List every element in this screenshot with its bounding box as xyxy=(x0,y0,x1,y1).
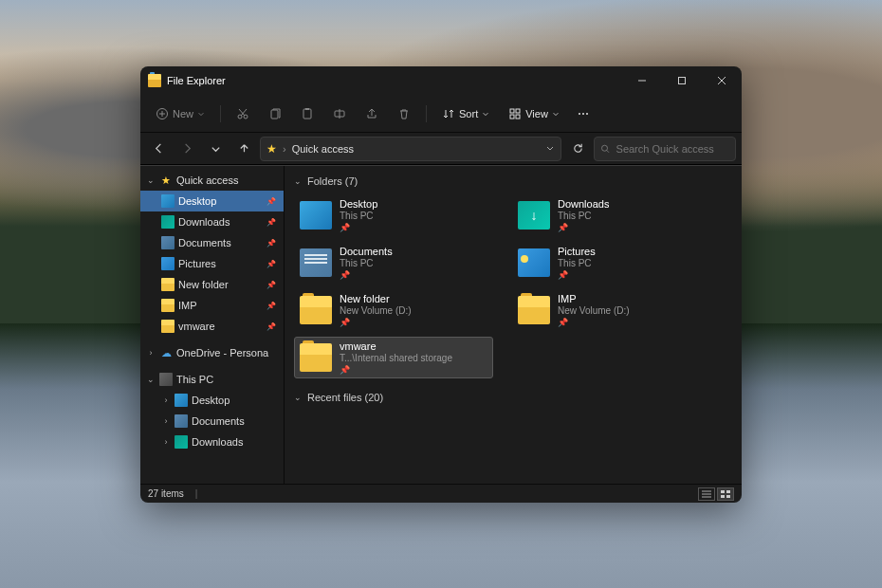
forward-button[interactable] xyxy=(175,137,199,161)
tile-info: DownloadsThis PC📌 xyxy=(558,198,609,232)
view-mode-buttons xyxy=(698,487,734,501)
sidebar-label: OneDrive - Persona xyxy=(176,347,268,358)
rename-button[interactable] xyxy=(325,101,354,127)
pin-icon: 📌 xyxy=(340,365,452,375)
pin-icon: 📌 xyxy=(340,318,412,327)
folder-tile[interactable]: PicturesThis PC📌 xyxy=(512,242,711,284)
copy-button[interactable] xyxy=(261,101,289,127)
tile-info: New folderNew Volume (D:)📌 xyxy=(340,293,412,327)
pin-icon: 📌 xyxy=(266,260,276,268)
content-area[interactable]: ⌄ Folders (7) DesktopThis PC📌↓DownloadsT… xyxy=(285,166,742,484)
sidebar-item-vmware[interactable]: vmware📌 xyxy=(140,316,284,337)
breadcrumb-sep: › xyxy=(283,143,286,155)
tile-info: IMPNew Volume (D:)📌 xyxy=(558,293,630,327)
folder-icon xyxy=(300,296,332,324)
down-icon: ↓ xyxy=(518,201,550,230)
titlebar[interactable]: File Explorer xyxy=(140,66,742,95)
pictures-icon xyxy=(161,257,175,270)
sidebar-pc-documents[interactable]: ›Documents xyxy=(140,411,284,432)
details-view-button[interactable] xyxy=(698,487,715,501)
sidebar-pc-desktop[interactable]: ›Desktop xyxy=(140,390,284,411)
up-button[interactable] xyxy=(231,137,256,161)
folder-icon xyxy=(161,320,175,333)
svg-rect-30 xyxy=(721,495,725,498)
sidebar-item-downloads[interactable]: Downloads📌 xyxy=(140,211,284,232)
sidebar-item-newfolder[interactable]: New folder📌 xyxy=(140,274,284,295)
downloads-icon xyxy=(161,215,175,229)
new-button[interactable]: New xyxy=(148,101,212,127)
sidebar-label: New folder xyxy=(178,279,229,290)
sidebar-this-pc[interactable]: ⌄ This PC xyxy=(140,369,284,390)
folder-tile[interactable]: New folderNew Volume (D:)📌 xyxy=(294,289,493,331)
sidebar-item-imp[interactable]: IMP📌 xyxy=(140,295,284,316)
svg-rect-1 xyxy=(679,78,686,84)
pin-icon: 📌 xyxy=(340,223,377,232)
sidebar-item-desktop[interactable]: Desktop📌 xyxy=(140,191,284,211)
share-button[interactable] xyxy=(358,101,386,127)
close-button[interactable] xyxy=(702,66,742,95)
view-button[interactable]: View xyxy=(501,101,567,127)
section-folders[interactable]: ⌄ Folders (7) xyxy=(294,175,732,187)
refresh-button[interactable] xyxy=(565,137,590,161)
sidebar-quick-access[interactable]: ⌄ ★ Quick access xyxy=(140,170,284,191)
sidebar-label: Desktop xyxy=(192,395,230,406)
divider: | xyxy=(195,488,198,499)
svg-point-23 xyxy=(602,145,608,151)
svg-rect-13 xyxy=(305,108,309,110)
back-button[interactable] xyxy=(146,137,171,161)
sidebar-onedrive[interactable]: › ☁ OneDrive - Persona xyxy=(140,342,284,363)
toolbar: New Sort View xyxy=(140,95,742,133)
navigation-pane[interactable]: ⌄ ★ Quick access Desktop📌 Downloads📌 Doc… xyxy=(140,166,285,484)
folder-icon xyxy=(300,343,332,372)
svg-point-20 xyxy=(579,113,580,115)
sidebar-item-pictures[interactable]: Pictures📌 xyxy=(140,253,284,274)
svg-point-21 xyxy=(582,113,584,115)
paste-button[interactable] xyxy=(293,101,322,127)
search-box[interactable] xyxy=(594,137,736,161)
chevron-right-icon: › xyxy=(161,395,171,405)
delete-button[interactable] xyxy=(390,101,418,127)
tile-name: New folder xyxy=(340,293,412,304)
divider xyxy=(426,105,427,122)
tile-location: This PC xyxy=(558,211,609,221)
section-recent[interactable]: ⌄ Recent files (20) xyxy=(294,392,732,403)
cut-button[interactable] xyxy=(229,101,257,127)
tile-info: vmwareT...\Internal shared storage📌 xyxy=(340,340,452,375)
chevron-right-icon: › xyxy=(146,348,156,358)
divider xyxy=(220,105,221,122)
search-input[interactable] xyxy=(616,143,729,155)
sidebar-label: Pictures xyxy=(178,258,216,269)
sidebar-label: Downloads xyxy=(178,216,230,228)
sidebar-item-documents[interactable]: Documents📌 xyxy=(140,232,284,253)
svg-rect-28 xyxy=(721,490,725,493)
svg-rect-18 xyxy=(510,115,514,119)
folder-tile[interactable]: ↓DownloadsThis PC📌 xyxy=(512,194,711,236)
chevron-down-icon[interactable] xyxy=(545,143,555,155)
downloads-icon xyxy=(175,435,188,449)
tiles-view-button[interactable] xyxy=(717,487,734,501)
minimize-button[interactable] xyxy=(622,66,662,95)
maximize-button[interactable] xyxy=(662,66,702,95)
more-button[interactable] xyxy=(571,101,596,127)
status-item-count: 27 items xyxy=(148,488,184,499)
folder-tile[interactable]: vmwareT...\Internal shared storage📌 xyxy=(294,337,493,378)
sort-button[interactable]: Sort xyxy=(434,101,497,127)
section-label: Folders (7) xyxy=(307,175,358,187)
breadcrumb-location: Quick access xyxy=(292,143,354,155)
desktop-icon xyxy=(175,394,188,407)
documents-icon xyxy=(175,414,188,428)
sidebar-pc-downloads[interactable]: ›Downloads xyxy=(140,432,284,452)
folder-tile[interactable]: DocumentsThis PC📌 xyxy=(294,242,493,284)
chevron-down-icon: ⌄ xyxy=(294,393,302,402)
folder-tile[interactable]: DesktopThis PC📌 xyxy=(294,194,493,236)
svg-rect-19 xyxy=(516,115,520,119)
folder-icon xyxy=(161,299,175,312)
sidebar-label: Desktop xyxy=(178,195,216,207)
svg-rect-17 xyxy=(516,109,520,113)
recent-locations-button[interactable] xyxy=(203,137,228,161)
tile-name: Documents xyxy=(340,246,393,257)
tile-location: New Volume (D:) xyxy=(558,305,630,316)
folder-tile[interactable]: IMPNew Volume (D:)📌 xyxy=(512,289,711,331)
navigation-row: ★ › Quick access xyxy=(140,133,742,165)
address-bar[interactable]: ★ › Quick access xyxy=(260,137,561,161)
